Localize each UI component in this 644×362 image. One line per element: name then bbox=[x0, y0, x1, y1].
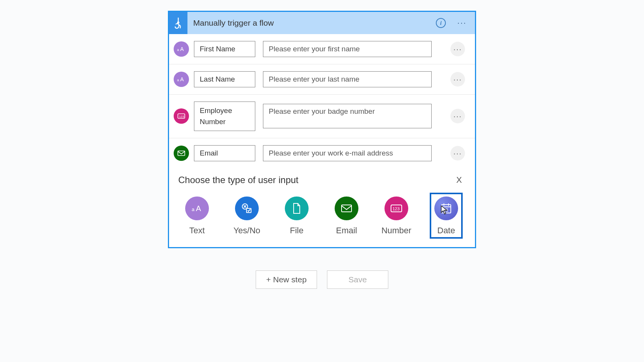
email-type-icon bbox=[174, 146, 189, 161]
row-more-button[interactable]: ··· bbox=[450, 109, 465, 123]
input-desc-field[interactable]: Please enter your first name bbox=[263, 41, 432, 57]
text-type-icon: aA bbox=[174, 41, 189, 57]
svg-text:a: a bbox=[177, 78, 179, 82]
option-label: Number bbox=[381, 226, 411, 236]
option-label: Yes/No bbox=[233, 226, 260, 236]
option-yesno[interactable]: Yes/No bbox=[230, 193, 263, 239]
row-more-button[interactable]: ··· bbox=[450, 72, 465, 87]
svg-text:123: 123 bbox=[393, 206, 399, 211]
picker-header: Choose the type of user input X bbox=[178, 174, 466, 187]
input-name-field[interactable]: Last Name bbox=[194, 71, 255, 87]
svg-text:A: A bbox=[180, 46, 184, 52]
text-icon: aA bbox=[185, 197, 209, 220]
input-name-field[interactable]: First Name bbox=[194, 41, 255, 57]
option-label: Date bbox=[437, 226, 455, 236]
option-label: Text bbox=[189, 226, 205, 236]
input-desc-field[interactable]: Please enter your work e-mail address bbox=[263, 145, 432, 161]
date-icon: 21 bbox=[434, 197, 458, 220]
option-text[interactable]: aA Text bbox=[181, 193, 214, 239]
picker-options: aA Text Yes/No F bbox=[178, 190, 466, 239]
card-more-button[interactable]: ··· bbox=[455, 21, 469, 25]
picker-close-button[interactable]: X bbox=[452, 174, 466, 187]
new-step-button[interactable]: + New step bbox=[256, 270, 317, 289]
input-name-field[interactable]: Email bbox=[194, 145, 255, 161]
option-file[interactable]: File bbox=[280, 193, 313, 239]
trigger-card: Manually trigger a flow i ··· aA First N… bbox=[168, 11, 476, 248]
input-row: Email Please enter your work e-mail addr… bbox=[169, 138, 475, 168]
option-email[interactable]: Email bbox=[330, 193, 363, 239]
input-desc-field[interactable]: Please enter your badge number bbox=[263, 104, 432, 128]
row-more-button[interactable]: ··· bbox=[450, 42, 465, 56]
option-label: Email bbox=[336, 226, 357, 236]
yesno-icon bbox=[235, 197, 259, 220]
svg-text:A: A bbox=[196, 204, 201, 213]
number-icon: 123 bbox=[384, 197, 408, 220]
input-type-picker: Choose the type of user input X aA Text bbox=[169, 168, 475, 247]
card-header: Manually trigger a flow i ··· bbox=[169, 12, 475, 34]
input-row: aA Last Name Please enter your last name… bbox=[169, 64, 475, 95]
info-icon[interactable]: i bbox=[436, 18, 446, 28]
option-label: File bbox=[290, 226, 303, 236]
input-row: 123 Employee Number Please enter your ba… bbox=[169, 95, 475, 138]
save-button[interactable]: Save bbox=[327, 270, 388, 289]
option-number[interactable]: 123 Number bbox=[380, 193, 413, 239]
text-type-icon: aA bbox=[174, 72, 189, 87]
svg-text:a: a bbox=[192, 206, 195, 212]
input-rows: aA First Name Please enter your first na… bbox=[169, 34, 475, 168]
svg-rect-12 bbox=[342, 205, 352, 212]
svg-text:A: A bbox=[180, 76, 184, 82]
row-more-button[interactable]: ··· bbox=[450, 146, 465, 161]
input-desc-field[interactable]: Please enter your last name bbox=[263, 71, 432, 87]
trigger-icon bbox=[169, 12, 187, 34]
card-title: Manually trigger a flow bbox=[187, 18, 436, 28]
email-icon bbox=[335, 197, 358, 220]
number-type-icon: 123 bbox=[174, 108, 189, 124]
svg-text:a: a bbox=[177, 48, 179, 52]
input-row: aA First Name Please enter your first na… bbox=[169, 34, 475, 64]
svg-text:21: 21 bbox=[444, 208, 449, 212]
picker-title: Choose the type of user input bbox=[178, 175, 452, 185]
option-date[interactable]: 21 Date bbox=[430, 193, 463, 239]
input-name-field[interactable]: Employee Number bbox=[194, 102, 255, 131]
svg-rect-7 bbox=[178, 151, 185, 156]
file-icon bbox=[285, 197, 309, 220]
footer-actions: + New step Save bbox=[0, 270, 644, 289]
svg-text:123: 123 bbox=[179, 115, 184, 118]
